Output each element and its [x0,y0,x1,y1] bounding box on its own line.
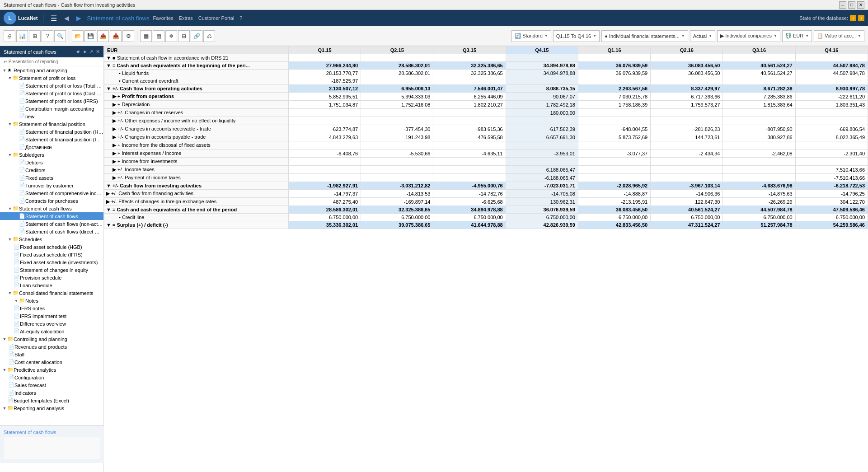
table-row[interactable]: ▼ = Cash and cash equivalents at the end… [104,206,868,214]
close-button[interactable]: ✕ [857,1,864,9]
table-row[interactable]: ▶ +/- Changes in accounts receivable - t… [104,125,868,133]
sidebar-item-subledgers[interactable]: ▼ 📁 Subledgers [0,151,103,159]
sidebar-item-cf-nonactive[interactable]: 📄 Statement of cash flows (non-active) [0,220,103,228]
sidebar-item-cashflows[interactable]: ▼ 📁 Statement of cash flows [0,205,103,212]
table-row[interactable]: ▶ +/- Changes in accounts payable - trad… [104,133,868,141]
table-row[interactable]: ▶ + Depreciation1.751.034,871.752.416,08… [104,101,868,109]
table-row[interactable]: ▶ +/- Other expenses / income with no ef… [104,117,868,125]
table-row[interactable]: ▶ +/- Changes in other reserves180.000,0… [104,109,868,117]
table-row[interactable]: ▶ +/- Income taxes6.188.065,477.510.413,… [104,166,868,174]
sidebar-item-fas-hgb[interactable]: 📄 Fixed asset schedule (HGB) [0,243,103,251]
sidebar-item-pl-total[interactable]: 📄 Statement of profit or loss (Total Cos… [0,82,103,89]
sidebar-item-turnover[interactable]: 📄 Turnover by customer [0,182,103,189]
sidebar-item-debtors[interactable]: 📄 Debtors [0,159,103,166]
sidebar-icon-2[interactable]: ● [83,49,86,55]
print-button[interactable]: 🖨 [4,30,15,42]
data-table-container[interactable]: EUR Q1.15 Q2.15 Q3.15 Q4.15 Q1.16 Q2.16 … [104,46,868,472]
calc-button[interactable]: ⚖ [203,30,215,42]
table-row[interactable]: ▼ +/- Cash flow from investing activitie… [104,182,868,190]
sidebar-item-controlling[interactable]: ▼ 📁 Controlling and planning [0,335,103,343]
help-menu[interactable]: ? [239,15,242,21]
view-button[interactable]: 📊 [16,30,28,42]
forward-button[interactable]: ▶ [75,14,83,23]
search-button[interactable]: 🔍 [54,30,66,42]
table-row[interactable]: • Current account overdraft-187.525,97 [104,77,868,85]
sidebar-item-fp-hgb[interactable]: 📄 Statement of financial position (HGB) [0,128,103,136]
sidebar-item-changes-equity[interactable]: 📄 Statement of changes in equity [0,266,103,274]
sidebar-item-ifrs-impair[interactable]: 📄 IFRS impairment test [0,312,103,320]
current-page-label[interactable]: Statement of cash flows [87,15,149,22]
sidebar-item-schedules[interactable]: ▼ 📁 Schedules [0,235,103,243]
sidebar-item-config[interactable]: 📄 Configuration [0,374,103,381]
help-button[interactable]: ? [42,30,53,42]
sidebar-item-cost-center[interactable]: 📄 Cost center allocation [0,358,103,366]
sidebar-item-budget-templates[interactable]: 📄 Budget templates (Excel) [0,397,103,404]
table-row[interactable]: ▼ +/- Cash flow from operating activitie… [104,85,868,93]
sidebar-item-creditors[interactable]: 📄 Creditors [0,166,103,174]
sidebar-item-fas-inv[interactable]: 📄 Fixed asset schedule (investments) [0,258,103,266]
filter-button[interactable]: ⊟ [178,30,190,42]
sidebar-item-at-equity[interactable]: 📄 At-equity calculation [0,327,103,335]
sidebar-item-reporting-analysis[interactable]: ▼ 📁 Reporting and analysis [0,404,103,412]
minimize-button[interactable]: – [839,1,846,9]
sidebar-item-reporting[interactable]: ▼ ★ Reporting and analyzing [0,66,103,74]
sidebar-item-profit-loss[interactable]: ▼ 📁 Statement of profit or loss [0,74,103,82]
sidebar-item-fas-ifrs[interactable]: 📄 Fixed asset schedule (IFRS) [0,251,103,258]
view-dropdown[interactable]: 🔄 Standard ▼ [511,30,551,42]
window-controls[interactable]: – □ ✕ [839,1,864,9]
sidebar-item-contracts[interactable]: 📄 Contracts for purchases [0,197,103,205]
back-button[interactable]: ◀ [62,14,71,23]
sidebar-icon-1[interactable]: ★ [76,49,80,55]
sidebar-item-new[interactable]: 📄 new [0,112,103,120]
sidebar-item-provision[interactable]: 📄 Provision schedule [0,274,103,281]
sidebar-item-sales-forecast[interactable]: 📄 Sales forecast [0,381,103,389]
sidebar-item-dostavchici[interactable]: 📄 Доставчики [0,143,103,151]
customer-portal-menu[interactable]: Customer Portal [198,15,234,21]
sidebar-item-loan[interactable]: 📄 Loan schedule [0,281,103,289]
import-button[interactable]: 📥 [110,30,122,42]
export-button[interactable]: 📤 [97,30,109,42]
table-row[interactable]: ▼ = Cash and cash equivalents at the beg… [104,62,868,70]
value-dropdown[interactable]: 📋 Value of acc... ▼ [814,30,864,42]
statement-dropdown[interactable]: ● Individual financial statements... ▼ [601,30,688,42]
sidebar-item-pl-cos[interactable]: 📄 Statement of profit or loss (Cost of S… [0,89,103,97]
hamburger-menu[interactable]: ☰ [49,12,59,24]
sidebar-item-cf-main[interactable]: 📄 Statement of cash flows [0,212,103,220]
table-row[interactable]: ▶ + Interest expenses / income-6.408,76-… [104,150,868,158]
sidebar-item-indicators[interactable]: 📄 Indicators [0,389,103,397]
sidebar-item-pl-ifrs[interactable]: 📄 Statement of profit or loss (IFRS) [0,97,103,105]
extras-menu[interactable]: Extras [179,15,193,21]
row-button[interactable]: ▤ [153,30,164,42]
sidebar-icon-3[interactable]: ↗ [89,49,93,55]
sidebar-item-staff[interactable]: 📄 Staff [0,350,103,358]
col-button[interactable]: ▦ [140,30,152,42]
table-row[interactable]: • Credit line6.750.000,006.750.000,006.7… [104,214,868,221]
table-row[interactable]: ▼ ■ Statement of cash flow in accordance… [104,54,868,62]
sidebar-item-revenues[interactable]: 📄 Revenues and products [0,343,103,350]
table-row[interactable]: ▶ + Income from investments [104,158,868,166]
format-button[interactable]: 🔗 [191,30,202,42]
freeze-button[interactable]: ❄ [165,30,177,42]
table-row[interactable]: ▶ +/- Effects of changes in foreign exch… [104,198,868,206]
sidebar-item-ifrs-notes[interactable]: 📄 IFRS notes [0,304,103,312]
type-dropdown[interactable]: Actual ▼ [690,30,716,42]
table-row[interactable]: ▶ +/- Payment of income taxes-6.188.065,… [104,174,868,182]
table-row[interactable]: ▶ + Income from the disposal of fixed as… [104,141,868,150]
sidebar-item-fixed-assets[interactable]: 📄 Fixed assets [0,174,103,182]
sidebar-item-predictive[interactable]: ▼ 📁 Predictive analytics [0,366,103,374]
sidebar-item-fp-ifrs[interactable]: 📄 Statement of financial position (IFRS) [0,136,103,143]
company-dropdown[interactable]: ▶ Individual companies ▼ [717,30,780,42]
sidebar-item-fin-pos[interactable]: ▼ 📁 Statement of financial position [0,120,103,128]
table-row[interactable]: • Liquid funds28.153.770,7728.586.302,01… [104,70,868,77]
save-button[interactable]: 💾 [84,30,96,42]
sidebar-item-cf-direct[interactable]: 📄 Statement of cash flows (direct method… [0,228,103,235]
table-row[interactable]: ▼ = Surplus (+) / deficit (-)35.336.302,… [104,221,868,229]
open-button[interactable]: 📂 [72,30,84,42]
sidebar-breadcrumb[interactable]: ↩ Presentation of reporting [0,57,103,66]
currency-dropdown[interactable]: 💱 EUR ▼ [782,30,812,42]
favorites-menu[interactable]: Favorites [153,15,173,21]
sidebar-item-consolidated[interactable]: ▼ 📁 Consolidated financial statements [0,289,103,297]
table-button[interactable]: ⊞ [29,30,41,42]
table-row[interactable]: ▶ + Profit from operations5.852.935,515.… [104,93,868,101]
sidebar-item-diff-overview[interactable]: 📄 Differences overview [0,320,103,327]
